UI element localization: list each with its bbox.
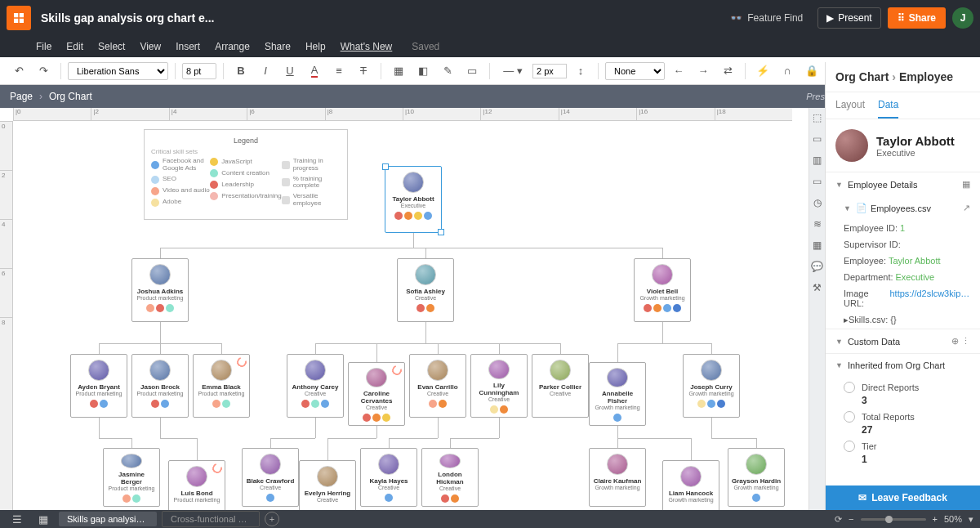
org-node[interactable]: Claire KaufmanGrowth marketing xyxy=(589,448,646,507)
app-logo[interactable] xyxy=(7,6,31,30)
menu-file[interactable]: File xyxy=(36,41,51,52)
dock-comment-icon[interactable]: 💬 xyxy=(811,260,824,273)
menu-view[interactable]: View xyxy=(140,41,161,52)
dock-settings-icon[interactable]: ⚒ xyxy=(811,281,824,294)
zoom-dropdown-icon[interactable]: ▾ xyxy=(969,514,973,525)
tab-layout[interactable]: Layout xyxy=(835,92,865,119)
border-button[interactable]: ◧ xyxy=(412,60,434,82)
org-node[interactable]: Lily CunninghamCreative xyxy=(470,354,528,418)
csv-source[interactable]: ▼📄Employees.csv↗ xyxy=(826,196,980,220)
dock-history-icon[interactable]: ◷ xyxy=(811,196,824,209)
font-size-input[interactable] xyxy=(182,63,216,79)
org-node[interactable]: Annabelle FisherGrowth marketing xyxy=(589,362,646,426)
magnet-button[interactable]: ∩ xyxy=(777,60,798,82)
menu-share[interactable]: Share xyxy=(265,41,291,52)
menu-select[interactable]: Select xyxy=(98,41,125,52)
node-name: Jason Brock xyxy=(140,383,180,391)
line-end-button[interactable]: ↕ xyxy=(570,60,591,82)
breadcrumb-orgchart[interactable]: Org Chart xyxy=(49,91,92,102)
underline-button[interactable]: U xyxy=(279,60,301,82)
org-node[interactable]: Evelyn HerringCreative xyxy=(299,460,356,510)
section-employee-details[interactable]: ▼Employee Details▦ xyxy=(826,172,980,196)
present-button[interactable]: ▶Present xyxy=(817,7,880,29)
org-node[interactable]: Sofia AshleyCreative xyxy=(397,258,454,322)
grid-icon[interactable]: ▦ xyxy=(962,179,970,190)
arrow-select[interactable]: None xyxy=(605,62,665,80)
share-button[interactable]: ⠿Share xyxy=(888,7,946,29)
org-node[interactable]: Evan CarrilloCreative xyxy=(409,354,466,418)
line-style-button[interactable]: — ▾ xyxy=(497,60,529,82)
outline-view-icon[interactable]: ☰ xyxy=(7,508,28,528)
org-node[interactable]: Kayla HayesCreative xyxy=(360,448,417,507)
org-node[interactable]: Jason BrockProduct marketing xyxy=(131,354,189,418)
add-page-button[interactable]: + xyxy=(265,512,279,526)
font-select[interactable]: Liberation Sans xyxy=(68,62,168,80)
menu-insert[interactable]: Insert xyxy=(176,41,200,52)
zoom-value[interactable]: 50% xyxy=(944,514,962,524)
feature-find-button[interactable]: 👓 Feature Find xyxy=(722,7,811,29)
shape-style-button[interactable]: ▭ xyxy=(461,60,483,82)
action-button[interactable]: ⚡ xyxy=(752,60,773,82)
org-node[interactable]: Anthony CareyCreative xyxy=(287,354,344,418)
org-node[interactable]: Violet BellGrowth marketing xyxy=(634,258,691,322)
tab-data[interactable]: Data xyxy=(878,92,898,119)
section-inherited[interactable]: ▼Inherited from Org Chart xyxy=(826,353,980,377)
leave-feedback-button[interactable]: ✉Leave Feedback xyxy=(826,485,980,510)
org-node[interactable]: Joseph CurryGrowth marketing xyxy=(683,354,740,418)
org-node[interactable]: Jasmine BergerProduct marketing xyxy=(103,448,160,507)
zoom-out-button[interactable]: − xyxy=(849,514,853,524)
border-color-button[interactable]: ✎ xyxy=(437,60,458,82)
undo-button[interactable]: ↶ xyxy=(8,60,29,82)
external-link-icon[interactable]: ↗ xyxy=(963,203,970,213)
clear-format-button[interactable]: T xyxy=(353,60,374,82)
org-node[interactable]: Luis BondProduct marketing xyxy=(168,460,225,510)
org-node[interactable]: Grayson HardinGrowth marketing xyxy=(728,448,785,507)
fill-button[interactable]: ▦ xyxy=(388,60,409,82)
dock-slides-icon[interactable]: ▭ xyxy=(811,175,824,188)
org-node[interactable]: Parker CollierCreative xyxy=(532,354,589,418)
dock-select-icon[interactable]: ⬚ xyxy=(811,111,824,124)
zoom-in-button[interactable]: + xyxy=(933,514,938,524)
swap-arrows-button[interactable]: ⇄ xyxy=(717,60,738,82)
menu-whatsnew[interactable]: What's New xyxy=(341,41,393,52)
node-name: Parker Collier xyxy=(539,383,581,391)
dock-data-icon[interactable]: ▦ xyxy=(811,239,824,252)
breadcrumb-page[interactable]: Page xyxy=(10,91,33,102)
page-tab-inactive[interactable]: Cross-functional proj… xyxy=(162,511,260,527)
org-node[interactable]: Ayden BryantProduct marketing xyxy=(70,354,127,418)
dock-presentation-icon[interactable]: ▥ xyxy=(811,154,824,167)
dock-doc-icon[interactable]: ▭ xyxy=(811,132,824,145)
section-custom-data[interactable]: ▼Custom Data⊕ ⋮ xyxy=(826,329,980,353)
org-node[interactable]: Liam HancockGrowth marketing xyxy=(662,460,719,510)
align-button[interactable]: ≡ xyxy=(328,60,350,82)
user-avatar[interactable]: J xyxy=(952,7,973,29)
employee-role: Executive xyxy=(876,148,955,158)
arrow-end-button[interactable]: → xyxy=(693,60,714,82)
menu-arrange[interactable]: Arrange xyxy=(215,41,250,52)
org-node[interactable]: Blake CrawfordCreative xyxy=(242,448,299,507)
canvas[interactable]: Legend Critical skill sets Facebook and … xyxy=(13,121,792,510)
org-node[interactable]: Joshua AdkinsProduct marketing xyxy=(131,258,189,322)
bold-button[interactable]: B xyxy=(230,60,252,82)
redo-button[interactable]: ↷ xyxy=(33,60,54,82)
doc-title[interactable]: Skills gap analysis org chart e... xyxy=(41,11,214,25)
grid-view-icon[interactable]: ▦ xyxy=(33,508,54,528)
org-node[interactable]: Emma BlackProduct marketing xyxy=(193,354,250,418)
sync-icon[interactable]: ⟳ xyxy=(835,514,842,525)
italic-button[interactable]: I xyxy=(255,60,276,82)
menu-edit[interactable]: Edit xyxy=(66,41,83,52)
zoom-slider[interactable] xyxy=(861,518,926,521)
arrow-start-button[interactable]: ← xyxy=(668,60,689,82)
text-color-button[interactable]: A xyxy=(304,60,325,82)
dock-layers-icon[interactable]: ≋ xyxy=(811,217,824,230)
org-node[interactable]: London HickmanCreative xyxy=(421,448,479,507)
lock-button[interactable]: 🔒 xyxy=(801,60,822,82)
line-width-input[interactable] xyxy=(532,64,567,78)
binoculars-icon: 👓 xyxy=(730,12,742,24)
menu-help[interactable]: Help xyxy=(305,41,326,52)
legend-box[interactable]: Legend Critical skill sets Facebook and … xyxy=(144,129,348,220)
add-icon[interactable]: ⊕ ⋮ xyxy=(951,336,970,347)
page-tab-active[interactable]: Skills gap analysis or… xyxy=(59,512,157,526)
org-node[interactable]: Caroline CervantesCreative xyxy=(348,362,405,426)
org-node[interactable]: Taylor AbbottExecutive xyxy=(385,166,442,233)
